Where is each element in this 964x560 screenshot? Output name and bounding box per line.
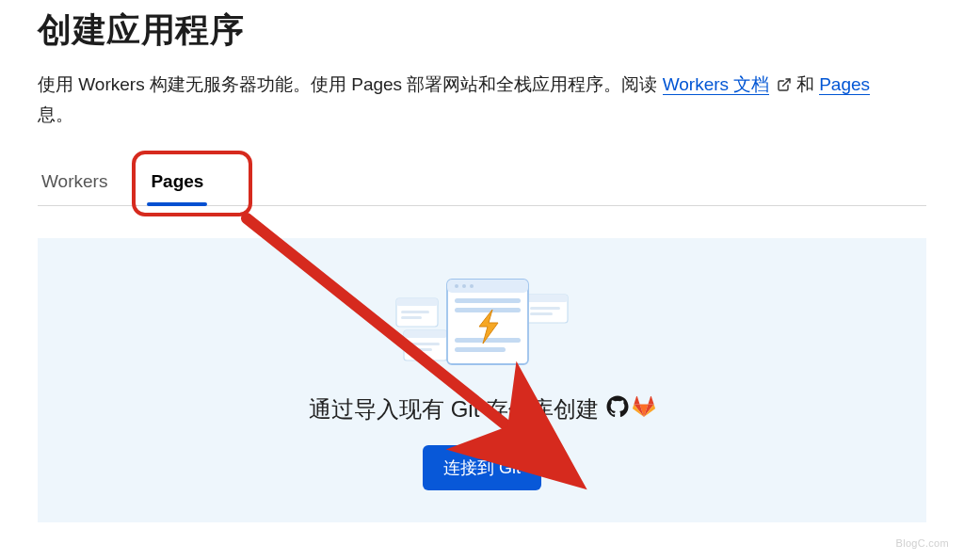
svg-rect-14 <box>447 280 528 293</box>
svg-rect-18 <box>455 298 521 303</box>
desc-mid: 和 <box>796 74 819 94</box>
svg-rect-11 <box>410 343 440 345</box>
svg-point-15 <box>455 284 458 288</box>
svg-rect-2 <box>396 298 438 306</box>
svg-rect-19 <box>455 308 521 312</box>
page-title: 创建应用程序 <box>38 8 926 54</box>
tab-pages[interactable]: Pages <box>147 162 207 205</box>
svg-rect-12 <box>410 348 432 351</box>
desc-text-1: 使用 Workers 构建无服务器功能。使用 Pages 部署网站和全栈应用程序… <box>38 74 663 94</box>
svg-rect-20 <box>455 338 521 343</box>
svg-rect-21 <box>455 347 506 352</box>
pages-illustration <box>393 276 571 374</box>
svg-point-16 <box>462 284 466 288</box>
tab-bar: Workers Pages <box>38 156 926 206</box>
svg-rect-10 <box>404 330 447 338</box>
pages-docs-link[interactable]: Pages <box>819 74 870 95</box>
svg-rect-7 <box>530 307 560 310</box>
tab-workers[interactable]: Workers <box>38 162 111 205</box>
svg-rect-4 <box>401 316 422 319</box>
github-icon <box>606 395 629 424</box>
connect-git-button[interactable]: 连接到 Git <box>423 445 541 490</box>
external-link-icon <box>777 72 792 101</box>
hero-heading: 通过导入现有 Git 存储库创建 <box>309 394 655 424</box>
svg-rect-8 <box>530 312 553 315</box>
watermark: BlogC.com <box>896 537 950 549</box>
hero-panel: 通过导入现有 Git 存储库创建 <box>38 238 926 522</box>
svg-rect-6 <box>524 295 568 302</box>
workers-docs-link[interactable]: Workers 文档 <box>663 74 770 95</box>
gitlab-icon <box>633 395 655 424</box>
svg-rect-3 <box>401 311 429 313</box>
page-description: 使用 Workers 构建无服务器功能。使用 Pages 部署网站和全栈应用程序… <box>38 71 926 130</box>
svg-point-17 <box>470 284 474 288</box>
desc-text-2: 息。 <box>38 104 73 124</box>
svg-line-0 <box>782 79 789 86</box>
